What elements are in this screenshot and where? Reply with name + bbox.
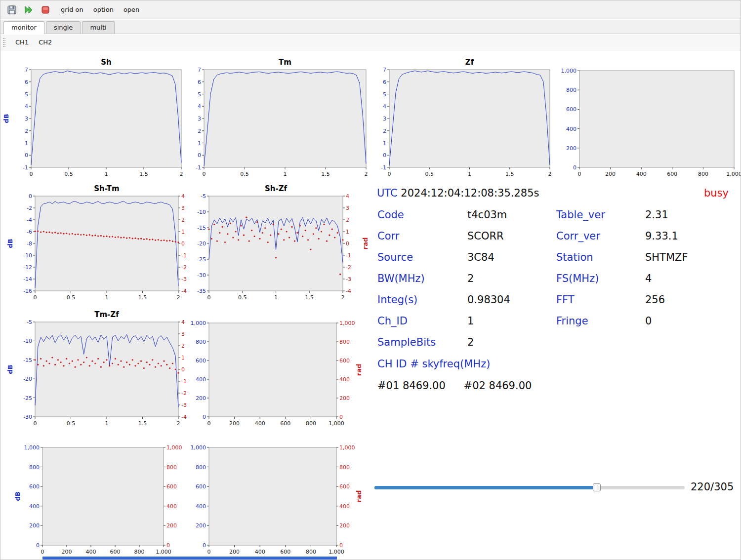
svg-text:1,000: 1,000 xyxy=(726,171,741,177)
svg-text:1: 1 xyxy=(25,140,28,147)
svg-text:1: 1 xyxy=(198,140,201,147)
svg-text:3: 3 xyxy=(181,205,185,211)
svg-text:400: 400 xyxy=(339,376,350,383)
svg-text:200: 200 xyxy=(339,522,350,529)
svg-text:400: 400 xyxy=(29,503,40,510)
svg-text:1: 1 xyxy=(105,171,108,177)
svg-text:2: 2 xyxy=(177,294,180,301)
svg-text:1,000: 1,000 xyxy=(339,320,355,326)
svg-text:1: 1 xyxy=(383,140,386,147)
info-row: Table_ver2.31 xyxy=(556,209,688,230)
svg-text:rad: rad xyxy=(355,490,363,503)
svg-text:1.5: 1.5 xyxy=(139,171,148,177)
svg-text:600: 600 xyxy=(196,483,206,490)
svg-text:800: 800 xyxy=(306,549,316,555)
svg-text:2: 2 xyxy=(548,171,552,177)
svg-text:dB: dB xyxy=(6,364,14,374)
svg-text:5: 5 xyxy=(198,91,201,98)
svg-text:600: 600 xyxy=(566,106,576,113)
svg-text:1: 1 xyxy=(181,355,185,361)
chart-empty-bottom-right: 02004006008001,00002004006008001,0000200… xyxy=(186,441,365,560)
svg-text:1: 1 xyxy=(105,294,109,301)
svg-text:0: 0 xyxy=(181,366,185,373)
svg-text:0: 0 xyxy=(578,171,581,177)
svg-text:rad: rad xyxy=(355,364,363,376)
svg-text:5: 5 xyxy=(25,91,28,98)
svg-text:0.5: 0.5 xyxy=(238,294,247,301)
svg-text:rad: rad xyxy=(362,238,369,250)
info-row: SampleBits2 xyxy=(377,336,510,358)
svg-text:0.5: 0.5 xyxy=(67,420,76,427)
svg-text:0: 0 xyxy=(203,171,206,177)
svg-text:400: 400 xyxy=(255,549,265,555)
svg-text:Sh-Tm: Sh-Tm xyxy=(94,184,119,193)
time-slider-thumb[interactable] xyxy=(593,483,601,491)
svg-text:600: 600 xyxy=(667,171,677,177)
svg-text:1.5: 1.5 xyxy=(321,171,330,177)
stop-button[interactable] xyxy=(38,2,53,17)
svg-text:0.5: 0.5 xyxy=(425,171,434,177)
save-button[interactable] xyxy=(4,2,19,17)
svg-text:-30: -30 xyxy=(197,272,206,279)
svg-text:4: 4 xyxy=(181,319,185,325)
chart-zf: Zf00.511.5276543210-1 xyxy=(367,56,557,182)
tab-monitor[interactable]: monitor xyxy=(3,21,44,34)
menu-open[interactable]: open xyxy=(120,4,143,15)
svg-text:1,000: 1,000 xyxy=(339,444,355,451)
svg-text:3: 3 xyxy=(383,116,386,122)
toolbar-drag-handle[interactable] xyxy=(3,38,5,47)
time-slider[interactable] xyxy=(374,486,685,489)
tab-single[interactable]: single xyxy=(46,21,81,34)
chart-sh-zf: Sh-Zf00.511.52-5-10-15-20-25-30-3543210-… xyxy=(186,182,371,306)
svg-text:4: 4 xyxy=(25,103,28,110)
svg-text:0: 0 xyxy=(573,164,576,171)
time-slider-value: 220/305 xyxy=(691,481,734,493)
info-right-column: Table_ver2.31 Corr_ver9.33.1 StationSHTM… xyxy=(556,209,688,336)
run-button[interactable] xyxy=(21,2,36,17)
skyfreq-ch1: #01 8469.00 xyxy=(377,380,446,392)
svg-text:1,000: 1,000 xyxy=(329,549,344,555)
info-row: Codet4c03m xyxy=(377,209,510,230)
svg-text:-25: -25 xyxy=(197,256,206,263)
svg-text:200: 200 xyxy=(339,395,350,401)
menu-grid-on[interactable]: grid on xyxy=(57,4,87,15)
svg-text:0: 0 xyxy=(346,240,349,247)
svg-text:2: 2 xyxy=(341,294,345,301)
svg-text:0: 0 xyxy=(207,420,211,427)
svg-text:-15: -15 xyxy=(23,357,32,363)
svg-text:200: 200 xyxy=(605,171,616,177)
svg-text:600: 600 xyxy=(166,483,177,490)
chart-empty-bottom-left: 02004006008001,00002004006008001,0000200… xyxy=(13,441,183,560)
svg-text:-15: -15 xyxy=(197,225,206,231)
svg-text:800: 800 xyxy=(566,87,576,93)
svg-text:-10: -10 xyxy=(23,252,32,259)
chart-empty-middle: 02004006008001,00002004006008001,0000200… xyxy=(186,317,365,432)
svg-text:dB: dB xyxy=(6,239,14,248)
tab-multi[interactable]: multi xyxy=(82,21,114,34)
svg-text:1: 1 xyxy=(181,229,185,235)
channel-toolbar: CH1 CH2 xyxy=(0,35,741,50)
ch-id-skyfreq-header: CH ID # skyfreq(MHz) xyxy=(377,358,490,370)
svg-text:200: 200 xyxy=(196,395,206,401)
svg-text:6: 6 xyxy=(25,79,28,85)
svg-text:200: 200 xyxy=(166,522,177,529)
svg-text:800: 800 xyxy=(29,464,40,471)
svg-text:2: 2 xyxy=(181,343,185,349)
svg-text:Sh-Zf: Sh-Zf xyxy=(265,184,288,193)
svg-text:-5: -5 xyxy=(27,319,32,325)
svg-text:800: 800 xyxy=(196,464,206,471)
info-row: FFT256 xyxy=(556,294,688,315)
svg-text:dB: dB xyxy=(14,491,21,501)
channel-tab-ch1[interactable]: CH1 xyxy=(10,37,34,48)
svg-text:0.5: 0.5 xyxy=(240,171,249,177)
channel-tab-ch2[interactable]: CH2 xyxy=(34,37,57,48)
svg-text:1,000: 1,000 xyxy=(191,320,206,326)
menu-option[interactable]: option xyxy=(89,4,118,15)
svg-text:400: 400 xyxy=(255,420,265,427)
svg-text:1.5: 1.5 xyxy=(305,294,314,301)
svg-text:1: 1 xyxy=(468,171,471,177)
svg-text:-10: -10 xyxy=(23,338,32,344)
svg-text:1: 1 xyxy=(274,294,278,301)
svg-text:1,000: 1,000 xyxy=(166,444,182,451)
info-left-column: Codet4c03m CorrSCORR Source3C84 BW(MHz)2… xyxy=(377,209,510,358)
